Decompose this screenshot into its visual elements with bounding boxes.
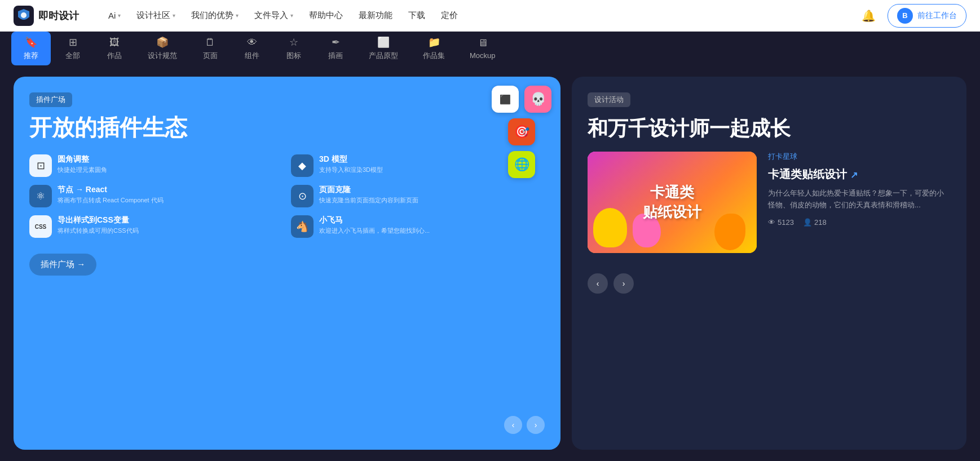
plugin-icon-0: ⊡ (29, 154, 52, 177)
right-card-next-button[interactable]: › (613, 273, 634, 294)
svg-point-1 (21, 12, 27, 18)
goto-workspace-button[interactable]: B 前往工作台 (888, 4, 966, 28)
left-card-next-button[interactable]: › (527, 416, 545, 434)
plugin-item-0[interactable]: ⊡ 圆角调整 快捷处理元素圆角 (29, 154, 283, 177)
plugin-desc-2: 将画布节点转成 React Componet 代码 (58, 196, 283, 205)
logo-area[interactable]: 即时设计 (14, 6, 79, 26)
tab-item-mockup[interactable]: 🖥Mockup (458, 33, 507, 64)
nav-item-ai[interactable]: Ai ▾ (101, 7, 127, 24)
header-right: 🔔 B 前往工作台 (858, 4, 966, 28)
tab-item-作品集[interactable]: 📁作品集 (412, 32, 456, 65)
nav-item-import[interactable]: 文件导入 ▾ (248, 7, 300, 24)
goto-workspace-label: 前往工作台 (917, 11, 957, 21)
tab-label: 组件 (245, 51, 259, 61)
tab-label: 推荐 (24, 51, 38, 61)
plugin-icon-3: ⊙ (291, 185, 314, 207)
nav-help-label: 帮助中心 (309, 10, 343, 21)
tab-icon: ✒ (332, 36, 340, 48)
tab-item-全部[interactable]: ⊞全部 (53, 32, 92, 65)
tab-icon: 🗒 (205, 37, 215, 48)
plugin-item-5[interactable]: 🐴 小飞马 欢迎进入小飞马插画，希望您能找到心... (291, 215, 545, 238)
logo-text: 即时设计 (38, 9, 79, 23)
plugin-item-4[interactable]: CSS 导出样式到CSS变量 将样式转换成可用的CSS代码 (29, 215, 283, 238)
left-card-prev-button[interactable]: ‹ (504, 416, 522, 434)
tab-icon: 🖥 (478, 37, 488, 49)
article-image[interactable]: 卡通类 贴纸设计 (588, 152, 757, 253)
advantages-chevron: ▾ (236, 12, 239, 19)
tab-icon: 👁 (247, 37, 257, 48)
float-icon-1: ⬛ (492, 86, 519, 113)
right-card-prev-button[interactable]: ‹ (588, 273, 608, 294)
float-row-bot: 🌐 (508, 151, 535, 178)
article-image-text: 卡通类 贴纸设计 (637, 177, 707, 228)
participants-stat: 👤 218 (803, 218, 827, 227)
nav-ai-label: Ai (108, 11, 116, 20)
header: 即时设计 Ai ▾ 设计社区 ▾ 我们的优势 ▾ 文件导入 ▾ 帮助中心 最新功… (0, 0, 980, 32)
tab-item-作品[interactable]: 🖼作品 (95, 32, 134, 65)
floating-icons: ⬛ 💀 🎯 🌐 (492, 86, 551, 178)
plugin-desc-0: 快捷处理元素圆角 (58, 166, 283, 174)
tab-item-图标[interactable]: ☆图标 (274, 32, 314, 65)
tab-label: 图标 (286, 51, 301, 61)
tab-item-组件[interactable]: 👁组件 (232, 32, 272, 65)
plugin-info-3: 页面克隆 快速克隆当前页面指定内容到新页面 (319, 185, 545, 205)
tab-icon: ⬜ (377, 36, 390, 48)
article-source: 打卡星球 (768, 152, 951, 162)
plugin-info-5: 小飞马 欢迎进入小飞马插画，希望您能找到心... (319, 215, 545, 235)
tab-icon: ☆ (289, 36, 298, 48)
plugin-name-4: 导出样式到CSS变量 (58, 215, 283, 225)
tab-item-推荐[interactable]: 🔖推荐 (11, 32, 51, 65)
participants-icon: 👤 (803, 218, 812, 227)
tab-icon: 📁 (428, 36, 440, 48)
tab-item-插画[interactable]: ✒插画 (316, 32, 355, 65)
plugin-desc-3: 快速克隆当前页面指定内容到新页面 (319, 196, 545, 205)
nav-advantages-label: 我们的优势 (191, 10, 233, 21)
notification-bell-button[interactable]: 🔔 (858, 6, 879, 26)
nav-item-community[interactable]: 设计社区 ▾ (130, 7, 182, 24)
right-card-inner: 设计活动 和万千设计师一起成长 卡通类 (572, 77, 966, 264)
tab-label: 插画 (328, 51, 343, 61)
right-card-title: 和万千设计师一起成长 (588, 116, 951, 140)
plugin-item-3[interactable]: ⊙ 页面克隆 快速克隆当前页面指定内容到新页面 (291, 185, 545, 207)
main-nav: Ai ▾ 设计社区 ▾ 我们的优势 ▾ 文件导入 ▾ 帮助中心 最新功能 下载 … (101, 7, 858, 24)
tab-label: 设计规范 (148, 51, 177, 61)
participants-count: 218 (814, 218, 827, 227)
right-card-community: 设计活动 和万千设计师一起成长 卡通类 (572, 77, 966, 450)
left-card-nav: ‹ › (504, 416, 545, 434)
plugins-grid: ⊡ 圆角调整 快捷处理元素圆角 ◆ 3D 模型 支持导入和渲染3D模型 ⚛ 节点… (29, 154, 545, 238)
tab-item-设计规范[interactable]: 📦设计规范 (136, 32, 188, 65)
tab-item-产品原型[interactable]: ⬜产品原型 (357, 32, 409, 65)
plugin-icon-5: 🐴 (291, 215, 314, 238)
nav-item-pricing[interactable]: 定价 (434, 7, 465, 24)
article-title[interactable]: 卡通类贴纸设计 ↗ (768, 166, 951, 182)
float-icon-3: 🎯 (508, 118, 535, 145)
nav-item-help[interactable]: 帮助中心 (302, 7, 350, 24)
tab-label: 产品原型 (369, 51, 398, 61)
plugin-info-2: 节点 → React 将画布节点转成 React Componet 代码 (58, 185, 283, 205)
plugin-item-2[interactable]: ⚛ 节点 → React 将画布节点转成 React Componet 代码 (29, 185, 283, 207)
views-stat: 👁 5123 (768, 218, 794, 227)
plugin-info-4: 导出样式到CSS变量 将样式转换成可用的CSS代码 (58, 215, 283, 235)
nav-item-download[interactable]: 下载 (401, 7, 432, 24)
tab-item-页面[interactable]: 🗒页面 (191, 32, 230, 65)
views-icon: 👁 (768, 218, 775, 227)
nav-item-advantages[interactable]: 我们的优势 ▾ (184, 7, 245, 24)
article-title-link-icon: ↗ (850, 170, 858, 180)
article-stats: 👁 5123 👤 218 (768, 218, 951, 227)
float-icon-4: 🌐 (508, 151, 535, 178)
float-row-top: ⬛ 💀 (492, 86, 551, 113)
plugin-icon-2: ⚛ (29, 185, 52, 207)
nav-download-label: 下载 (408, 10, 425, 21)
right-card-tag: 设计活动 (588, 92, 630, 107)
plugin-name-0: 圆角调整 (58, 154, 283, 165)
tab-label: 作品 (107, 51, 122, 61)
plugin-marketplace-link[interactable]: 插件广场 → (29, 254, 96, 276)
tab-icon: 🔖 (25, 36, 37, 48)
nav-item-new[interactable]: 最新功能 (352, 7, 399, 24)
left-card-plugins: ⬛ 💀 🎯 🌐 插件广场 开放的插件生态 ⊡ 圆角调整 快捷处理元素圆角 ◆ 3… (14, 77, 560, 450)
tab-icon: 🖼 (109, 37, 120, 48)
community-chevron: ▾ (173, 12, 175, 19)
views-count: 5123 (778, 218, 794, 227)
plugin-icon-1: ◆ (291, 154, 314, 177)
float-row-mid: 🎯 (508, 118, 535, 145)
